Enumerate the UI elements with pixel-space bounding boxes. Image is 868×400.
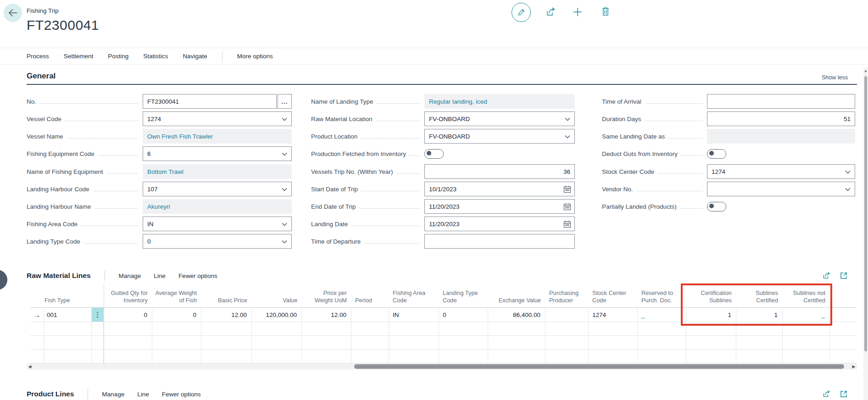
product-location-combobox[interactable]: FV-ONBOARD [424, 129, 575, 144]
pencil-icon [517, 8, 525, 17]
field-label: Product Location [311, 133, 357, 140]
no-assist-button[interactable]: ... [278, 94, 292, 109]
start-date-of-trip-input[interactable]: 10/1/2023 [424, 182, 575, 196]
landing-harbour-code-combobox[interactable]: 107 [143, 182, 292, 196]
col-header-landing-type-code[interactable]: Landing Type Code [439, 284, 488, 307]
landing-date-input[interactable]: 11/20/2023 [424, 217, 575, 231]
col-header-fish-type[interactable]: Fish Type [30, 284, 92, 307]
rml-menu-fewer-options[interactable]: Fewer options [178, 272, 217, 279]
scroll-up-arrow-icon[interactable]: ▲ [864, 69, 868, 73]
side-panel-handle[interactable] [0, 270, 7, 290]
production-fetched-toggle[interactable] [424, 149, 444, 159]
stock-center-code-combobox[interactable]: 1274 [707, 164, 855, 179]
raw-material-location-combobox[interactable]: FV-ONBOARD [424, 111, 575, 126]
col-header-exchange-value[interactable]: Exchange Value [488, 284, 545, 307]
cell-landing-type-code[interactable]: 0 [439, 308, 488, 322]
back-button[interactable] [4, 4, 22, 22]
general-heading[interactable]: General [27, 72, 56, 81]
col-header-reserved-to-purch-doc[interactable]: Reserved to Purch. Doc. [638, 284, 686, 307]
col-header-period[interactable]: Period [351, 284, 389, 307]
share-icon[interactable] [822, 390, 831, 398]
share-icon[interactable] [822, 272, 831, 280]
landing-type-code-combobox[interactable]: 0 [143, 234, 292, 249]
focus-mode-icon[interactable] [840, 390, 848, 398]
calendar-icon[interactable] [563, 220, 571, 228]
table-empty-row[interactable] [30, 350, 856, 363]
vessels-trip-no-input[interactable]: 36 [424, 164, 575, 179]
col-header-purchasing-producer[interactable]: Purchasing Producer [545, 284, 589, 307]
calendar-icon[interactable] [563, 203, 571, 211]
deduct-guts-toggle-wrap [707, 146, 855, 161]
cell-stock-center-code[interactable]: 1274 [589, 308, 638, 322]
col-header-value[interactable]: Value [252, 284, 302, 307]
edit-pencil-button[interactable] [512, 3, 531, 22]
raw-material-lines-title[interactable]: Raw Material Lines [27, 272, 91, 280]
focus-mode-icon[interactable] [840, 272, 848, 280]
time-of-arrival-input[interactable] [707, 94, 855, 109]
field-label: Vessels Trip No. (Within Year) [311, 168, 393, 175]
dotted-leader [360, 208, 420, 209]
table-empty-row[interactable] [30, 322, 856, 336]
table-row[interactable]: → 001 ⋮ 0 0 12.00 120,000.00 12.00 IN 0 … [30, 308, 856, 322]
menu-posting[interactable]: Posting [108, 53, 128, 60]
cell-purchasing-producer[interactable] [545, 308, 589, 322]
vessel-code-combobox[interactable]: 1274 [143, 111, 292, 126]
menu-statistics[interactable]: Statistics [143, 53, 168, 60]
fishing-area-code-combobox[interactable]: IN [143, 217, 292, 231]
product-lines-title[interactable]: Product Lines [27, 390, 74, 398]
delete-button[interactable] [601, 6, 610, 17]
horizontal-scrollbar[interactable]: ◀ ▶ [27, 363, 857, 370]
new-record-button[interactable] [573, 7, 583, 17]
horizontal-scrollbar-thumb[interactable] [354, 364, 844, 369]
fishing-equipment-code-combobox[interactable]: 6 [143, 146, 292, 161]
col-header-basic-price[interactable]: Basic Price [201, 284, 252, 307]
menu-settlement[interactable]: Settlement [64, 53, 94, 60]
table-empty-row[interactable] [30, 336, 856, 350]
pl-menu-line[interactable]: Line [137, 391, 149, 398]
cell-reserved-to-purch-doc-link[interactable]: _ [638, 308, 686, 322]
col-header-average-weight[interactable]: Average Weight of Fish [152, 284, 201, 307]
cell-value[interactable]: 120,000.00 [252, 308, 302, 322]
partially-landed-toggle[interactable] [707, 202, 726, 211]
calendar-icon[interactable] [563, 185, 571, 193]
no-input[interactable]: FT2300041 [143, 94, 277, 109]
col-header-sublines-not-certified[interactable]: Sublines not Certified [783, 284, 830, 307]
rml-menu-line[interactable]: Line [154, 272, 166, 279]
pl-menu-manage[interactable]: Manage [102, 391, 124, 398]
scroll-left-arrow-icon[interactable]: ◀ [27, 364, 33, 369]
cell-fish-type[interactable]: 001 [44, 308, 92, 322]
col-header-fishing-area-code[interactable]: Fishing Area Code [389, 284, 439, 307]
vendor-no-combobox[interactable] [707, 182, 855, 196]
partially-landed-toggle-wrap [707, 199, 855, 214]
cell-basic-price[interactable]: 12.00 [201, 308, 252, 322]
menu-navigate[interactable]: Navigate [183, 53, 207, 60]
rml-menu-manage[interactable]: Manage [119, 272, 141, 279]
row-options-dots-button[interactable]: ⋮ [92, 308, 104, 322]
cell-sublines-not-certified-link[interactable]: _ [783, 308, 830, 322]
duration-days-input[interactable]: 51 [707, 111, 855, 126]
cell-gutted-qty[interactable]: 0 [104, 308, 152, 322]
menu-process[interactable]: Process [27, 53, 49, 60]
col-header-stock-center-code[interactable]: Stock Center Code [589, 284, 638, 307]
cell-price-per-weight-uom[interactable]: 12.00 [302, 308, 351, 322]
time-of-departure-input[interactable] [424, 234, 575, 249]
share-button[interactable] [545, 7, 556, 17]
cell-period[interactable] [351, 308, 389, 322]
cell-certification-sublines[interactable]: 1 [686, 308, 736, 322]
cell-exchange-value[interactable]: 86,400.00 [488, 308, 545, 322]
menu-more-options[interactable]: More options [237, 53, 273, 60]
pl-menu-fewer-options[interactable]: Fewer options [162, 391, 201, 398]
col-header-price-per-weight-uom[interactable]: Price per Weight UoM [302, 284, 351, 307]
row-selector-arrow[interactable]: → [30, 308, 44, 322]
vertical-scrollbar-thumb[interactable] [864, 76, 867, 351]
cell-sublines-certified[interactable]: 1 [736, 308, 783, 322]
col-header-gutted-qty[interactable]: Gutted Qty for Inventory [104, 284, 152, 307]
cell-average-weight[interactable]: 0 [152, 308, 201, 322]
col-header-sublines-certified[interactable]: Sublines Certified [736, 284, 783, 307]
col-header-certification-sublines[interactable]: Certification Sublines [686, 284, 736, 307]
cell-fishing-area-code[interactable]: IN [389, 308, 439, 322]
scroll-right-arrow-icon[interactable]: ▶ [851, 364, 857, 369]
show-less-link[interactable]: Show less [822, 74, 848, 81]
deduct-guts-toggle[interactable] [707, 149, 726, 159]
end-date-of-trip-input[interactable]: 11/20/2023 [424, 199, 575, 214]
